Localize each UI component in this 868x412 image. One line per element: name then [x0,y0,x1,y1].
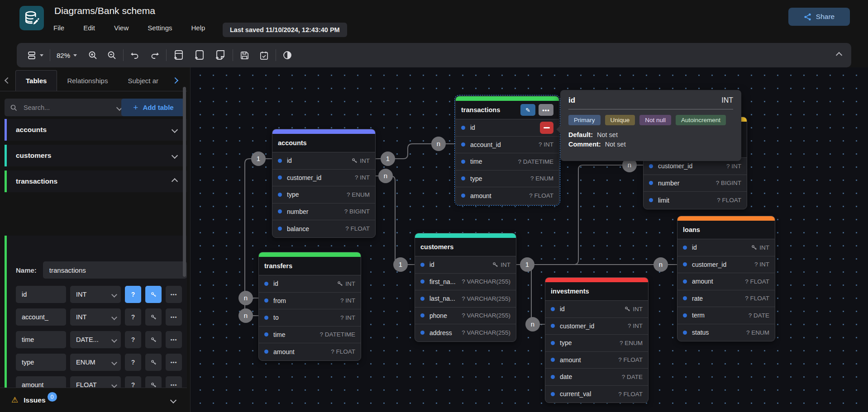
field-name-input[interactable]: account_ [16,308,66,326]
sidebar-table-accounts[interactable]: accounts [5,119,187,141]
table-field-row-customer_id[interactable]: customer_id? INT [272,170,375,187]
table-field-row-limit[interactable]: limit? FLOAT [644,192,747,209]
field-more-button[interactable]: ••• [166,331,182,348]
table-field-row-customer_id[interactable]: customer_id? INT [677,256,775,274]
tab-tables[interactable]: Tables [15,70,57,91]
todo-button[interactable] [259,50,269,61]
canvas-table-customers[interactable]: customers idINT first_na...? VARCHAR(255… [415,233,516,342]
table-header[interactable]: loans [677,221,775,239]
menu-item-view[interactable]: View [114,24,129,32]
nullable-toggle[interactable]: ? [125,308,141,326]
nullable-toggle[interactable]: ? [125,286,141,303]
save-button[interactable] [239,50,250,61]
table-field-row-from[interactable]: from? INT [259,293,361,310]
table-field-row-type[interactable]: type? ENUM [272,186,375,204]
sidebar-table-customers[interactable]: customers [5,145,187,166]
table-more-button[interactable]: ••• [539,104,553,116]
primary-key-toggle[interactable] [145,354,162,371]
table-field-row-number[interactable]: number? BIGINT [272,204,375,221]
table-field-row-id[interactable]: idINT [259,275,361,293]
table-header[interactable]: accounts [272,134,375,152]
theme-toggle[interactable] [282,50,292,60]
table-header[interactable]: investments [545,282,648,301]
add-table-button[interactable]: + Add table [121,99,186,116]
table-field-row-current_val[interactable]: current_val? FLOAT [545,386,648,403]
collapse-toolbar-button[interactable] [836,52,842,58]
field-name-input[interactable]: time [16,331,66,348]
table-header[interactable]: transactions✎ ••• [456,101,559,119]
undo-button[interactable] [130,50,140,60]
table-field-row-id[interactable]: idINT [545,301,648,318]
canvas-table-investments[interactable]: investments idINT customer_id? INT type?… [545,277,649,403]
search-input[interactable] [23,104,92,112]
table-field-row-account_id[interactable]: account_id? INT [456,137,559,154]
zoom-in-button[interactable] [88,50,98,60]
table-search[interactable] [5,99,127,116]
canvas-table-accounts[interactable]: accounts idINT customer_id? INT type? EN… [272,129,376,238]
redo-button[interactable] [150,50,160,60]
issues-bar[interactable]: ⚠ Issues 0 [0,388,187,412]
add-note-tool[interactable] [215,49,226,61]
field-type-dropdown[interactable]: ENUM [70,354,121,371]
field-type-dropdown[interactable]: INT [70,308,121,326]
scrollbar-thumb[interactable] [183,87,186,277]
table-field-row-last_na...[interactable]: last_na...? VARCHAR(255) [415,290,516,308]
view-mode-button[interactable] [27,50,43,60]
edit-table-button[interactable]: ✎ [520,104,535,116]
menu-item-edit[interactable]: Edit [83,24,95,32]
canvas-table-transactions[interactable]: transactions✎ ••• id account_id? INT tim… [455,96,559,205]
field-name-input[interactable]: id [16,286,66,303]
diagram-canvas[interactable]: 1 n n 1 n n 1 1 n n n accounts idINT cus… [190,67,868,412]
table-header[interactable]: transfers [259,257,361,275]
nullable-toggle[interactable]: ? [125,354,141,371]
menu-item-settings[interactable]: Settings [148,24,172,32]
primary-key-toggle[interactable] [145,331,162,348]
field-more-button[interactable]: ••• [166,354,182,371]
field-type-dropdown[interactable]: INT [70,286,121,303]
table-field-row-date[interactable]: date? DATE [545,369,648,386]
primary-key-toggle[interactable] [145,286,162,303]
tab-subject-ar[interactable]: Subject ar [118,70,168,91]
primary-key-toggle[interactable] [145,308,162,326]
field-more-button[interactable]: ••• [166,308,182,326]
table-field-row-balance[interactable]: balance? FLOAT [272,220,375,237]
table-field-row-amount[interactable]: amount? FLOAT [545,352,648,369]
table-field-row-id[interactable]: idINT [415,256,516,274]
field-name-input[interactable]: type [16,354,66,371]
share-button[interactable]: Share [788,8,850,26]
table-name-input[interactable] [43,261,187,279]
table-field-row-time[interactable]: time? DATETIME [456,153,559,170]
table-field-row-term[interactable]: term? DATE [677,307,775,324]
table-field-row-id[interactable]: idINT [677,239,775,256]
table-field-row-status[interactable]: status? ENUM [677,324,775,341]
table-field-row-amount[interactable]: amount? FLOAT [456,187,559,204]
table-header[interactable]: customers [415,238,516,256]
add-subject-area-tool[interactable] [194,49,205,61]
tabs-scroll-right-button[interactable] [168,70,182,91]
tabs-scroll-left-button[interactable] [0,70,15,91]
delete-field-button[interactable] [540,122,553,134]
table-field-row-rate[interactable]: rate? FLOAT [677,290,775,308]
table-field-row-number[interactable]: number? BIGINT [644,175,747,192]
table-field-row-amount[interactable]: amount? FLOAT [677,273,775,290]
table-field-row-id[interactable]: idINT [272,152,375,170]
tab-relationships[interactable]: Relationships [57,70,118,91]
canvas-table-loans[interactable]: loans idINT customer_id? INT amount? FLO… [677,216,775,341]
menu-item-file[interactable]: File [53,24,64,32]
table-field-row-to[interactable]: to? INT [259,309,361,327]
sidebar-scrollbar[interactable] [183,71,186,408]
zoom-out-button[interactable] [107,50,117,60]
table-field-row-id[interactable]: id [456,119,559,137]
table-field-row-address[interactable]: address? VARCHAR(255) [415,324,516,341]
add-table-tool[interactable] [173,49,185,61]
table-field-row-type[interactable]: type? ENUM [456,170,559,188]
table-field-row-phone[interactable]: phone? VARCHAR(255) [415,308,516,325]
sidebar-table-transactions[interactable]: transactions [5,170,187,192]
table-field-row-customer_id[interactable]: customer_id? INT [545,318,648,335]
table-field-row-amount[interactable]: amount? FLOAT [259,343,361,360]
field-more-button[interactable]: ••• [166,286,182,303]
table-field-row-time[interactable]: time? DATETIME [259,327,361,344]
nullable-toggle[interactable]: ? [125,331,141,348]
table-field-row-type[interactable]: type? ENUM [545,335,648,352]
table-field-row-first_na...[interactable]: first_na...? VARCHAR(255) [415,274,516,291]
